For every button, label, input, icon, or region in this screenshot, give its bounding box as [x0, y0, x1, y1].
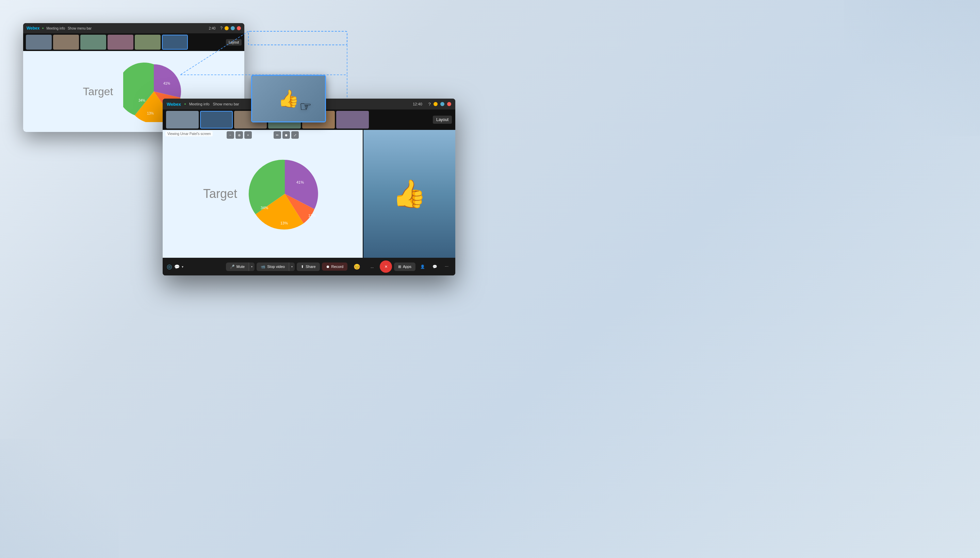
small-participant-face-2 — [53, 35, 79, 50]
small-show-menu-bar[interactable]: Show menu bar — [68, 26, 92, 30]
small-thumbnail-5[interactable] — [135, 35, 161, 50]
small-thumbnail-6-active[interactable] — [162, 35, 188, 50]
large-chart-title: Target — [203, 187, 237, 201]
small-thumbnail-3[interactable] — [80, 35, 106, 50]
large-chart-container: Target 41% 12% 13% 34% — [163, 156, 363, 231]
screen-minimize-btn[interactable]: − — [227, 131, 234, 139]
large-window-controls: 12:40 ? — [413, 102, 451, 107]
large-end-call-button[interactable]: ✕ — [380, 261, 392, 273]
screen-zoom-btn[interactable]: ⊕ — [235, 131, 243, 139]
large-chat-bubble-icon: 💬 — [432, 264, 437, 269]
large-webex-status-icon[interactable]: ◎ — [167, 263, 172, 270]
large-mute-chevron-icon: ▾ — [251, 265, 253, 268]
small-maximize-btn[interactable] — [231, 26, 235, 30]
large-maximize-btn[interactable] — [440, 102, 444, 106]
small-help-icon[interactable]: ? — [220, 26, 222, 31]
large-close-btn[interactable] — [447, 102, 451, 106]
small-minimize-btn[interactable] — [225, 26, 229, 30]
screen-share-label: Viewing Umar Patel's screen — [165, 131, 213, 136]
large-emoji-button[interactable]: 😊 — [349, 261, 365, 272]
thumbs-up-icon: 👍 — [278, 89, 299, 108]
large-mute-dropdown[interactable]: ▾ — [249, 263, 255, 271]
large-window-body: Viewing Umar Patel's screen − ⊕ + ✏ ⏺ ⤢ … — [163, 130, 455, 258]
large-options-icon: ⋯ — [445, 264, 449, 269]
large-toolbar-left: ◎ 💬 ▾ — [167, 263, 183, 270]
screen-record-btn[interactable]: ⏺ — [283, 131, 290, 139]
large-record-icon: ⏺ — [326, 264, 330, 269]
large-mute-button[interactable]: 🎤 Mute — [226, 263, 249, 271]
large-chat-icon[interactable]: 💬 — [174, 264, 180, 269]
large-connection-dot — [184, 103, 186, 105]
large-mic-icon: 🎤 — [230, 264, 235, 269]
large-more-button[interactable]: ... — [367, 263, 378, 271]
large-record-label: Record — [331, 264, 343, 269]
large-emoji-icon: 😊 — [354, 264, 360, 270]
screen-fullscreen-btn[interactable]: ⤢ — [291, 131, 299, 139]
small-close-btn[interactable] — [237, 26, 241, 30]
large-video-feed: 👍 — [363, 130, 455, 258]
large-mute-label: Mute — [237, 264, 245, 269]
large-help-icon[interactable]: ? — [428, 102, 431, 107]
small-thumbnail-4[interactable] — [107, 35, 133, 50]
large-thumbnail-2-highlighted[interactable] — [200, 111, 233, 128]
small-thumbnail-1[interactable] — [26, 35, 52, 50]
large-end-call-icon: ✕ — [385, 264, 388, 269]
large-chat-chevron-icon[interactable]: ▾ — [182, 265, 183, 269]
large-show-menu-bar[interactable]: Show menu bar — [213, 102, 239, 106]
large-minimize-btn[interactable] — [434, 102, 437, 106]
large-label-12: 12% — [308, 213, 316, 218]
small-connection-dot — [42, 28, 44, 29]
small-chart-label-34: 34% — [138, 98, 145, 102]
large-apps-button[interactable]: ⊞ Apps — [394, 263, 416, 271]
large-share-icon: ⬆ — [301, 264, 304, 269]
large-webex-logo: Webex — [167, 102, 181, 107]
small-participant-face-1 — [26, 35, 52, 50]
large-video-dropdown[interactable]: ▾ — [289, 263, 295, 271]
large-share-label: Share — [306, 264, 316, 269]
large-pie-chart: 41% 12% 13% 34% — [247, 156, 322, 231]
small-layout-button[interactable]: Layout — [226, 39, 242, 46]
large-layout-button[interactable]: Layout — [433, 116, 452, 124]
large-participants-icon: 👤 — [420, 264, 425, 269]
screen-share-controls: − ⊕ + ✏ ⏺ ⤢ — [227, 131, 299, 139]
small-meeting-info[interactable]: Meeting info — [46, 26, 65, 30]
bg-decoration-left — [0, 439, 119, 558]
large-label-34: 34% — [261, 206, 268, 210]
bg-decoration-right — [844, 0, 980, 136]
small-chart-title: Target — [83, 85, 113, 98]
large-video-panel: 👍 — [363, 130, 455, 258]
large-stop-video-label: Stop video — [267, 264, 285, 269]
small-chart-label-41: 41% — [163, 82, 170, 85]
dashed-rect-top — [248, 31, 347, 45]
large-participants-button[interactable]: 👤 — [418, 263, 428, 271]
small-participant-face-5 — [135, 35, 161, 50]
small-participant-face-4 — [107, 35, 133, 50]
large-meeting-info[interactable]: Meeting info — [189, 102, 210, 106]
large-thumbnail-6[interactable] — [336, 111, 369, 128]
large-webex-window: Webex Meeting info Show menu bar 12:40 ?… — [163, 98, 455, 276]
large-thumbnail-1[interactable] — [166, 111, 199, 128]
highlighted-participant-thumbnail[interactable]: 👍 — [251, 75, 326, 122]
screen-share-panel: Viewing Umar Patel's screen − ⊕ + ✏ ⏺ ⤢ … — [163, 130, 363, 258]
large-share-button[interactable]: ⬆ Share — [297, 263, 319, 271]
large-chat-button[interactable]: 💬 — [430, 263, 440, 271]
small-chart-label-13: 13% — [147, 112, 154, 115]
large-toolbar: ◎ 💬 ▾ 🎤 Mute ▾ 📹 Stop video ▾ ⬆ — [163, 258, 455, 276]
large-more-icon: ... — [370, 264, 373, 269]
large-options-button[interactable]: ⋯ — [442, 263, 451, 271]
small-participant-face-3 — [80, 35, 106, 50]
large-label-13: 13% — [280, 221, 288, 225]
small-thumbnail-2[interactable] — [53, 35, 79, 50]
screen-add-btn[interactable]: + — [244, 131, 252, 139]
large-participant-thumbs-up: 👍 — [392, 178, 426, 210]
small-window-time: 2:40 — [209, 26, 215, 30]
large-record-button[interactable]: ⏺ Record — [322, 263, 347, 271]
small-thumbnails-strip: Layout — [23, 33, 244, 51]
small-window-controls: 2:40 ? — [209, 26, 241, 31]
small-window-titlebar: Webex Meeting info Show menu bar 2:40 ? — [23, 23, 244, 33]
small-participant-face-6 — [163, 35, 187, 49]
large-apps-label: Apps — [403, 264, 411, 269]
large-video-icon: 📹 — [261, 264, 265, 269]
screen-annotate-btn[interactable]: ✏ — [274, 131, 281, 139]
large-stop-video-button[interactable]: 📹 Stop video — [257, 263, 289, 271]
